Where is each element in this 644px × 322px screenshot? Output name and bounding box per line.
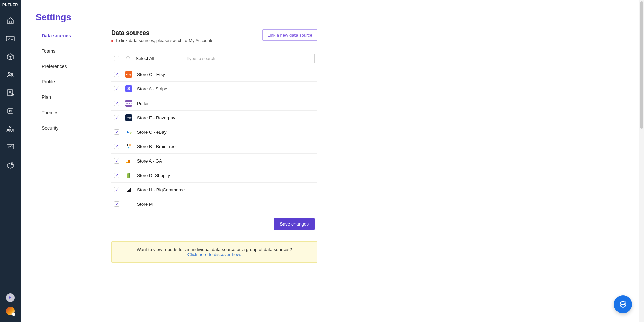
data-source-label: Store M (137, 202, 153, 207)
tip-box: Want to view reports for an individual d… (111, 241, 317, 263)
data-source-checkbox[interactable] (114, 129, 119, 135)
svg-point-8 (7, 129, 8, 131)
main: Settings Data sourcesTeamsPreferencesPro… (21, 0, 644, 322)
reports-icon[interactable] (0, 84, 21, 102)
braintree-icon (125, 143, 132, 150)
subnav-item-data-sources[interactable]: Data sources (36, 29, 106, 42)
audience-icon[interactable] (0, 120, 21, 138)
svg-rect-0 (6, 36, 14, 41)
subnav-item-plan[interactable]: Plan (36, 91, 106, 103)
svg-point-1 (8, 38, 9, 39)
razorpay-icon: Rzrpy (125, 114, 132, 121)
alert-dot-icon (111, 40, 113, 42)
subscriptions-icon[interactable] (0, 102, 21, 120)
brand: PUTLER (1, 0, 19, 11)
stripe-icon: S (125, 85, 132, 92)
svg-point-16 (128, 147, 129, 148)
search-input[interactable] (183, 54, 315, 63)
svg-point-15 (129, 144, 131, 146)
svg-point-21 (623, 304, 623, 305)
svg-point-20 (622, 304, 622, 305)
data-source-label: Store C - eBay (137, 130, 167, 135)
ebay-icon: ebay (125, 129, 132, 135)
link-data-source-button[interactable]: Link a new data source (262, 29, 317, 41)
user-avatar[interactable] (6, 307, 15, 315)
svg-point-13 (12, 163, 12, 164)
data-source-checkbox[interactable] (114, 158, 119, 164)
data-source-label: Store D -Shopify (137, 173, 170, 178)
shopify-icon (125, 172, 132, 179)
section-note: To link data sources, please switch to M… (111, 38, 215, 43)
svg-point-9 (9, 129, 11, 131)
data-sources-section: Data sources To link data sources, pleas… (106, 25, 317, 266)
data-source-row: EtsyStore C - Etsy (111, 67, 317, 82)
subnav-item-preferences[interactable]: Preferences (36, 60, 106, 72)
svg-point-10 (12, 129, 13, 131)
chat-fab[interactable] (614, 295, 632, 313)
data-source-label: Store A - GA (137, 158, 162, 164)
data-source-checkbox[interactable] (114, 187, 119, 192)
svg-rect-18 (128, 160, 130, 163)
data-source-row: Store H - BigCommerce (111, 183, 317, 197)
scrollbar[interactable] (639, 0, 644, 322)
section-title: Data sources (111, 29, 215, 37)
account-avatar[interactable]: E (6, 293, 15, 302)
m-icon: ~~ (125, 201, 132, 207)
svg-point-14 (127, 144, 128, 146)
plug-icon (125, 55, 131, 62)
scrollbar-thumb[interactable] (640, 1, 643, 129)
data-source-checkbox[interactable] (114, 201, 119, 207)
etsy-icon: Etsy (125, 71, 132, 78)
data-source-checkbox[interactable] (114, 101, 119, 106)
settings-subnav: Data sourcesTeamsPreferencesProfilePlanT… (36, 25, 106, 266)
data-source-checkbox[interactable] (114, 86, 119, 91)
data-source-label: Putler (137, 101, 149, 106)
svg-point-2 (8, 72, 10, 74)
tip-text: Want to view reports for an individual d… (118, 247, 310, 252)
data-source-checkbox[interactable] (114, 115, 119, 120)
data-source-label: Store H - BigCommerce (137, 187, 185, 192)
svg-point-22 (624, 304, 624, 305)
svg-point-3 (11, 73, 13, 75)
data-source-row: Store D -Shopify (111, 168, 317, 183)
data-source-row: Store B - BrainTree (111, 139, 317, 154)
data-source-checkbox[interactable] (114, 72, 119, 77)
products-icon[interactable] (0, 48, 21, 66)
subnav-item-security[interactable]: Security (36, 122, 106, 134)
customers-icon[interactable] (0, 66, 21, 84)
data-source-row: SStore A - Stripe (111, 82, 317, 96)
page-title: Settings (36, 12, 644, 23)
section-note-text: To link data sources, please switch to M… (115, 38, 215, 43)
data-source-row: Store A - GA (111, 154, 317, 168)
data-source-row: ebayStore C - eBay (111, 125, 317, 139)
data-source-row: WOOPutler (111, 96, 317, 111)
data-source-label: Store E - Razorpay (137, 115, 175, 120)
bigcommerce-icon (125, 186, 132, 193)
select-all-checkbox[interactable] (114, 56, 119, 61)
select-all-label: Select All (136, 56, 154, 61)
woo-icon: WOO (125, 100, 132, 107)
data-source-label: Store C - Etsy (137, 72, 165, 77)
data-source-row: ~~Store M (111, 197, 317, 211)
subnav-item-profile[interactable]: Profile (36, 76, 106, 88)
data-source-list-header: Select All (111, 50, 317, 67)
home-icon[interactable] (0, 11, 21, 29)
sales-icon[interactable] (0, 29, 21, 48)
data-source-checkbox[interactable] (114, 173, 119, 178)
data-source-label: Store A - Stripe (137, 86, 167, 91)
ga-icon (125, 157, 132, 164)
tip-link[interactable]: Click here to discover how. (118, 252, 310, 257)
data-source-row: RzrpyStore E - Razorpay (111, 111, 317, 125)
subnav-item-teams[interactable]: Teams (36, 45, 106, 57)
data-source-checkbox[interactable] (114, 144, 119, 149)
subnav-item-themes[interactable]: Themes (36, 107, 106, 119)
app-sidebar: PUTLER E (0, 0, 21, 322)
data-source-label: Store B - BrainTree (137, 144, 176, 149)
integrations-icon[interactable] (0, 156, 21, 174)
svg-rect-17 (126, 162, 128, 163)
save-changes-button[interactable]: Save changes (274, 218, 315, 230)
analytics-icon[interactable] (0, 138, 21, 156)
